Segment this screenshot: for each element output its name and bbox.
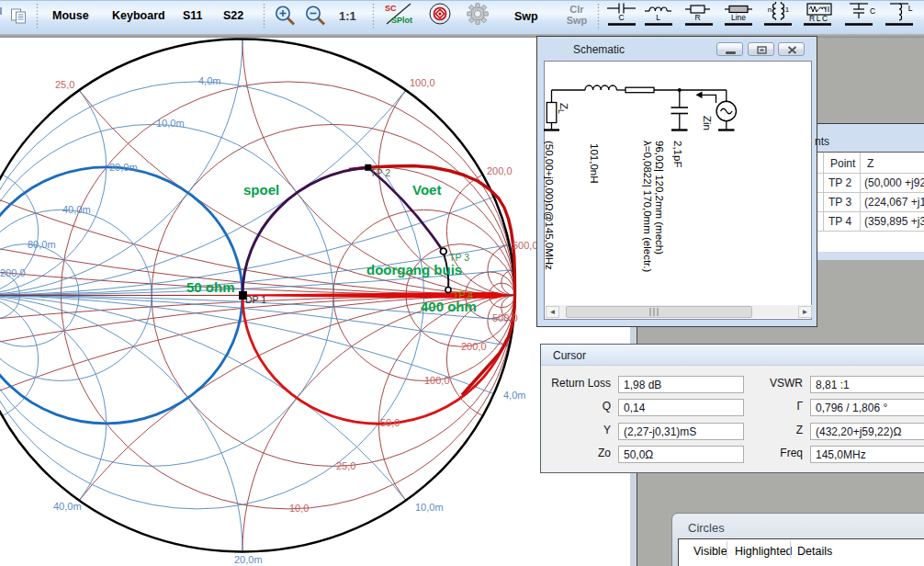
svg-text:DP 1: DP 1 bbox=[245, 294, 266, 305]
svg-text:(50,00+j0,00)Ω@145,0MHz: (50,00+j0,00)Ω@145,0MHz bbox=[544, 141, 555, 270]
svg-text:25,0: 25,0 bbox=[55, 79, 74, 90]
svg-text:4,0m: 4,0m bbox=[503, 390, 525, 401]
svg-text:4,0m: 4,0m bbox=[198, 75, 220, 86]
svg-text:Voet: Voet bbox=[412, 182, 441, 198]
svg-text:Zin: Zin bbox=[702, 116, 713, 130]
svg-text:101,0nH: 101,0nH bbox=[589, 143, 600, 183]
svg-text:50 ohm: 50 ohm bbox=[186, 279, 235, 295]
svg-text:40,0m: 40,0m bbox=[53, 501, 82, 512]
svg-text:25,0: 25,0 bbox=[336, 460, 355, 471]
svg-text:1: 1 bbox=[785, 6, 790, 14]
svg-text:2,1pF: 2,1pF bbox=[672, 141, 683, 167]
svg-text:Keyboard: Keyboard bbox=[112, 9, 165, 22]
svg-text:R: R bbox=[694, 13, 700, 22]
svg-text:Clr: Clr bbox=[569, 4, 584, 15]
svg-text:SPlot: SPlot bbox=[391, 16, 412, 25]
svg-text:80,0m: 80,0m bbox=[28, 239, 56, 250]
svg-text:L: L bbox=[817, 14, 821, 23]
svg-text:10,0: 10,0 bbox=[289, 503, 309, 514]
svg-text:S11: S11 bbox=[183, 9, 203, 22]
svg-text:λ=0,0822| 170,0mm (electr.): λ=0,0822| 170,0mm (electr.) bbox=[642, 141, 653, 272]
svg-text:200,0: 200,0 bbox=[0, 267, 26, 278]
svg-text:L: L bbox=[908, 4, 913, 13]
svg-text:TP 3: TP 3 bbox=[449, 252, 469, 263]
svg-text:200,0: 200,0 bbox=[487, 165, 513, 176]
svg-text:spoel: spoel bbox=[243, 182, 279, 198]
svg-text:Swp: Swp bbox=[567, 15, 588, 26]
svg-text:500,0: 500,0 bbox=[492, 312, 518, 323]
svg-text:1:1: 1:1 bbox=[339, 9, 356, 23]
svg-text:SC: SC bbox=[385, 4, 397, 13]
svg-text:C: C bbox=[822, 14, 828, 23]
svg-text:n: n bbox=[768, 6, 772, 14]
svg-text:400 ohm: 400 ohm bbox=[421, 299, 477, 314]
svg-text:Mouse: Mouse bbox=[52, 9, 89, 22]
svg-text:20,0m: 20,0m bbox=[234, 554, 263, 565]
svg-text:C: C bbox=[870, 6, 875, 16]
svg-text:20,0m: 20,0m bbox=[109, 162, 138, 173]
svg-text:ZL: ZL bbox=[557, 103, 569, 114]
svg-text:10,0m: 10,0m bbox=[156, 118, 185, 129]
svg-text:doorgang buis: doorgang buis bbox=[366, 262, 462, 277]
svg-text:L: L bbox=[656, 13, 660, 22]
svg-text:S22: S22 bbox=[223, 9, 243, 22]
svg-text:500,0: 500,0 bbox=[513, 240, 538, 251]
svg-text:TP 2: TP 2 bbox=[370, 167, 390, 178]
svg-text:Swp: Swp bbox=[514, 10, 538, 23]
svg-text:40,0m: 40,0m bbox=[62, 204, 91, 215]
svg-text:TP 4: TP 4 bbox=[453, 289, 473, 300]
svg-text:Line: Line bbox=[731, 13, 746, 22]
svg-text:100,0: 100,0 bbox=[424, 375, 450, 386]
svg-text:96,0Ω| 120,2mm (mech): 96,0Ω| 120,2mm (mech) bbox=[654, 141, 665, 255]
svg-text:10,0m: 10,0m bbox=[415, 502, 444, 513]
svg-text:100,0: 100,0 bbox=[410, 77, 435, 88]
svg-text:R: R bbox=[809, 14, 815, 23]
svg-text:200,0: 200,0 bbox=[461, 341, 487, 352]
svg-text:C: C bbox=[618, 13, 624, 22]
svg-text:50,0: 50,0 bbox=[380, 417, 400, 428]
